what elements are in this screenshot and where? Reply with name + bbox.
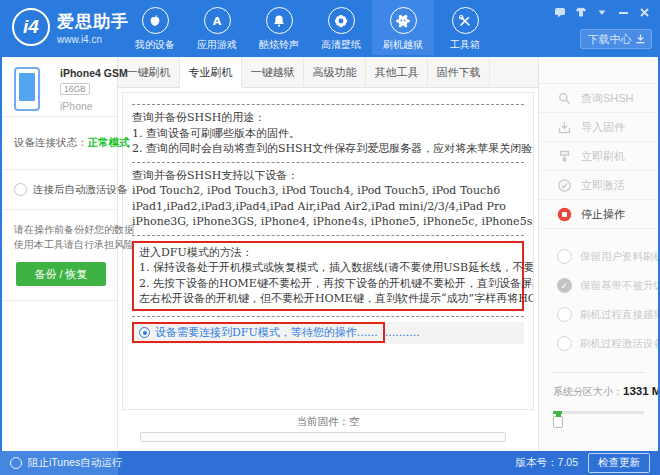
divider: [132, 316, 524, 317]
tab-advanced-functions[interactable]: 高级功能: [304, 57, 366, 88]
option-label: 刷机过程直接越狱: [580, 308, 660, 322]
app-window: i4 爱思助手 www.i4.cn 我的设备 A: [0, 0, 660, 475]
status-dot-icon: [139, 327, 150, 338]
tab-pro-flash[interactable]: 专业刷机: [180, 57, 242, 88]
option-activate-during-flash[interactable]: 刷机过程激活设备: [539, 329, 658, 358]
app-logo: i4 爱思助手 www.i4.cn: [12, 8, 129, 46]
block-itunes-radio[interactable]: [10, 457, 22, 469]
shsh-purpose-title: 查询并备份SHSH的用途：: [132, 110, 524, 126]
svg-text:A: A: [213, 15, 222, 28]
option-keep-baseband[interactable]: 保留基带不被升级: [539, 271, 658, 300]
tab-other-tools[interactable]: 其他工具: [366, 57, 428, 88]
shsh-devices-ipad: iPad1,iPad2,iPad3,iPad4,iPad Air,iPad Ai…: [132, 199, 524, 215]
menu-caret-icon[interactable]: [596, 6, 608, 18]
nav-label: 酷炫铃声: [259, 38, 299, 52]
activate-now-icon: [557, 178, 572, 193]
current-firmware-label: 当前固件：: [297, 415, 350, 427]
main-panel: 一键刷机 专业刷机 一键越狱 高级功能 其他工具 固件下载 查询并备份SHSH的…: [118, 57, 538, 451]
option-jailbreak-during-flash[interactable]: 刷机过程直接越狱: [539, 300, 658, 329]
flash-progress-bar: [140, 432, 506, 442]
action-label: 立即刷机: [581, 149, 625, 164]
partition-size-label: 系统分区大小：: [553, 386, 623, 397]
flash-now-icon: [557, 149, 572, 164]
nav-label: 工具箱: [450, 38, 480, 52]
partition-size-slider[interactable]: [553, 411, 644, 414]
apple-icon: [142, 7, 169, 34]
stop-icon: [557, 207, 572, 222]
footer-bar: 阻止iTunes自动运行 版本号：7.05 检查更新: [0, 451, 660, 475]
slider-thumb[interactable]: [553, 416, 563, 428]
search-shsh-icon: [557, 91, 572, 106]
dfu-status-bar: 设备需要连接到DFU模式，等待您的操作...... ..........: [132, 322, 524, 344]
device-model: iPhone: [60, 100, 117, 112]
partition-size-value: 1331 MB: [623, 385, 660, 397]
import-firmware-icon: [557, 120, 572, 135]
app-url: www.i4.cn: [57, 34, 129, 45]
dfu-status-annotation: 设备需要连接到DFU模式，等待您的操作......: [132, 322, 385, 343]
header: i4 爱思助手 www.i4.cn 我的设备 A: [0, 0, 660, 57]
tab-one-click-jailbreak[interactable]: 一键越狱: [242, 57, 304, 88]
close-icon[interactable]: [638, 6, 650, 18]
bell-icon: [266, 7, 293, 34]
option-label: 保留基带不被升级: [580, 279, 660, 293]
connection-status-label: 设备连接状态：: [14, 136, 88, 150]
nav-item-apps-games[interactable]: A 应用游戏: [186, 0, 248, 55]
auto-activate-radio[interactable]: [14, 183, 27, 196]
stop-operation-button[interactable]: 停止操作: [539, 200, 658, 229]
backup-restore-button[interactable]: 备份 / 恢复: [16, 262, 106, 286]
action-label: 查询SHSH: [581, 91, 634, 106]
dfu-method-title: 进入DFU模式的方法：: [139, 245, 517, 261]
checkbox[interactable]: [557, 336, 572, 351]
window-border-left: [0, 57, 2, 451]
dfu-status-dots: ..........: [385, 326, 420, 339]
shsh-devices-ipod: iPod Touch2, iPod Touch3, iPod Touch4, i…: [132, 183, 524, 199]
checkbox[interactable]: [557, 307, 572, 322]
appstore-icon: A: [204, 7, 231, 34]
instruction-log[interactable]: 查询并备份SHSH的用途： 1. 查询设备可刷哪些版本的固件。 2. 查询的同时…: [122, 92, 534, 410]
shsh-devices-iphone: iPhone3G, iPhone3GS, iPhone4, iPhone4s, …: [132, 214, 524, 230]
actions-sidebar: 查询SHSH 导入固件 立即刷机 立即激活: [538, 57, 658, 451]
nav-item-my-devices[interactable]: 我的设备: [124, 0, 186, 55]
download-center-button[interactable]: 下载中心: [580, 29, 652, 49]
action-label: 立即激活: [581, 178, 625, 193]
nav-label: 高清壁纸: [321, 38, 361, 52]
feedback-icon[interactable]: [554, 6, 566, 18]
nav-label: 刷机越狱: [383, 38, 423, 52]
main-nav: 我的设备 A 应用游戏 酷炫铃声: [124, 0, 496, 55]
minimize-icon[interactable]: [617, 6, 629, 18]
block-itunes-option[interactable]: 阻止iTunes自动运行: [0, 451, 118, 475]
theme-skin-icon[interactable]: [575, 6, 587, 18]
shsh-purpose-line2: 2. 查询的同时会自动将查到的SHSH文件保存到爱思服务器，应对将来苹果关闭验证…: [132, 141, 524, 157]
import-firmware-button[interactable]: 导入固件: [539, 113, 658, 142]
connection-status-value: 正常模式: [88, 136, 130, 150]
query-shsh-button[interactable]: 查询SHSH: [539, 84, 658, 113]
nav-item-flash-jailbreak[interactable]: 刷机越狱: [372, 0, 434, 55]
nav-item-wallpapers[interactable]: 高清壁纸: [310, 0, 372, 55]
option-keep-user-data[interactable]: 保留用户资料刷机: [539, 242, 658, 271]
jailbreak-icon: [390, 7, 417, 34]
check-update-button[interactable]: 检查更新: [588, 453, 650, 473]
option-label: 保留用户资料刷机: [580, 250, 660, 264]
checkbox[interactable]: [557, 249, 572, 264]
backup-warning-line1: 请在操作前备份好您的数据: [14, 222, 117, 237]
device-sidebar: iPhone4 GSM 16GB iPhone 设备连接状态：正常模式 连接后自…: [2, 57, 118, 451]
auto-activate-option[interactable]: 连接后自动激活设备: [2, 170, 117, 210]
partition-size-row: 系统分区大小：1331 MB: [553, 385, 658, 399]
tab-firmware-download[interactable]: 固件下载: [428, 57, 490, 88]
divider: [132, 162, 524, 163]
nav-item-toolbox[interactable]: 工具箱: [434, 0, 496, 55]
flash-now-button[interactable]: 立即刷机: [539, 142, 658, 171]
flash-tabbar: 一键刷机 专业刷机 一键越狱 高级功能 其他工具 固件下载: [118, 57, 538, 88]
wallpaper-icon: [328, 7, 355, 34]
nav-item-ringtones[interactable]: 酷炫铃声: [248, 0, 310, 55]
backup-warning-line2: 使用本工具请自行承担风险: [14, 237, 117, 252]
divider: [132, 104, 524, 105]
device-name: iPhone4 GSM: [60, 67, 117, 79]
nav-label: 应用游戏: [197, 38, 237, 52]
block-itunes-label: 阻止iTunes自动运行: [28, 456, 122, 470]
device-card: iPhone4 GSM 16GB iPhone: [2, 57, 117, 117]
dfu-instructions-annotation: 进入DFU模式的方法： 1. 保持设备处于开机模式或恢复模式，插入数据线(请不要…: [132, 241, 524, 311]
activate-now-button[interactable]: 立即激活: [539, 171, 658, 200]
toolbox-icon: [452, 7, 479, 34]
checkbox-checked[interactable]: [557, 278, 572, 293]
